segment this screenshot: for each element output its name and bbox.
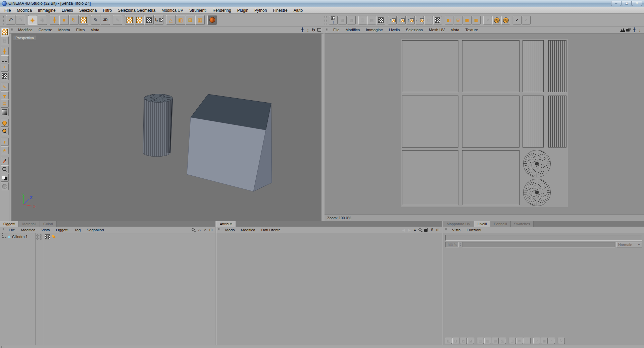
uv-axis-mode-button[interactable]: ↳ — [154, 15, 163, 25]
radial-fan-filled-button[interactable] — [501, 16, 510, 24]
phong-tag-icon[interactable] — [51, 234, 56, 239]
menu-strumenti[interactable]: Strumenti — [186, 8, 209, 13]
cylinder-cap[interactable] — [144, 94, 173, 103]
apply-mask-button[interactable]: ⊟ — [524, 338, 531, 344]
menu-finestre[interactable]: Finestre — [270, 8, 290, 13]
menu-python[interactable]: Python — [251, 8, 270, 13]
uv-island-cube-face-2[interactable] — [462, 40, 519, 92]
scale-button[interactable]: ■ — [59, 15, 69, 25]
unlock-icon[interactable] — [626, 27, 631, 33]
uv-menu-modifica[interactable]: Modifica — [343, 28, 363, 32]
move-button[interactable]: ╋ — [50, 15, 59, 25]
object-name[interactable]: Cilindro.1 — [12, 235, 28, 239]
text-tool[interactable]: T — [1, 138, 9, 146]
search-icon[interactable] — [418, 227, 424, 233]
layout-uv-button[interactable]: ▦ — [195, 15, 205, 25]
layout-2view-button[interactable]: ◧ — [176, 15, 185, 25]
title-bar[interactable]: CINEMA 4D Studio (32 Bit) - [Senza Titol… — [0, 0, 644, 7]
cylinder-object[interactable] — [143, 98, 173, 157]
merge-visible-button[interactable]: ▥ — [484, 338, 491, 344]
close-button[interactable]: × — [632, 1, 642, 6]
attr-menu-dati-utente[interactable]: Dati Utente — [258, 228, 284, 232]
lock-layer-button[interactable]: × — [548, 338, 555, 344]
restore-button[interactable]: ▣ — [622, 1, 632, 6]
tab-colori[interactable]: Colori — [40, 221, 57, 227]
tab-livelli[interactable]: Livelli — [474, 221, 491, 227]
menu-livello[interactable]: Livello — [59, 8, 76, 13]
obj-menu-segnalibri[interactable]: Segnalibri — [84, 228, 107, 232]
refresh-layers-button[interactable]: ↻ — [558, 338, 565, 344]
add-panel-icon[interactable]: ⊞ — [208, 227, 214, 233]
paint-setup-wizard-button[interactable]: ✎ — [91, 15, 100, 25]
menu-plugin[interactable]: Plugin — [234, 8, 251, 13]
apply-uv-button[interactable]: ↓ — [329, 16, 338, 24]
status-grip[interactable] — [1, 346, 4, 348]
lock-workplane-button[interactable] — [79, 15, 88, 25]
delete-layer-button[interactable]: ◪ — [467, 338, 474, 344]
realign-alt-button[interactable]: ✓ — [522, 16, 531, 24]
uv-island-cube-face-4[interactable] — [462, 96, 519, 148]
minimize-button[interactable]: ─ — [611, 1, 621, 6]
uv-menu-vista[interactable]: Vista — [448, 28, 462, 32]
layer-mask-button[interactable]: ◫ — [509, 338, 516, 344]
pan-view-icon[interactable]: ╋ — [631, 27, 637, 33]
pan-view-icon[interactable]: ╋ — [299, 27, 305, 33]
menu-file[interactable]: File — [1, 8, 14, 13]
paint-brush-3d-button[interactable]: 3D — [101, 15, 110, 25]
lay-menu-vista[interactable]: Vista — [449, 228, 463, 232]
uv-mesh-edit-tool[interactable] — [1, 28, 9, 36]
zoom-view-icon[interactable]: ↓ — [637, 27, 643, 33]
rasterize-button[interactable]: ▧ — [499, 338, 506, 344]
toolbar-grip[interactable] — [1, 16, 4, 24]
lay-menu-funzioni[interactable]: Funzioni — [463, 228, 484, 232]
fill-bucket-tool[interactable] — [1, 119, 9, 127]
align-grid-button[interactable]: ▦ — [463, 16, 472, 24]
uv-canvas[interactable] — [325, 34, 644, 215]
texture-tag-icon[interactable] — [45, 234, 50, 239]
realign-check-button[interactable]: ✓ — [513, 16, 522, 24]
redo-button[interactable]: ↷ — [16, 15, 25, 25]
path-filter-icon[interactable]: ○ — [202, 227, 208, 233]
history-icon[interactable]: 8 — [429, 227, 435, 233]
histogram-icon[interactable] — [620, 27, 626, 33]
uv-menu-seleziona[interactable]: Seleziona — [403, 28, 426, 32]
island-up-button[interactable]: ↑ — [388, 16, 397, 24]
search-icon[interactable] — [191, 227, 197, 233]
magic-wand-tool[interactable]: * — [1, 64, 9, 72]
tab-mappatura-uv[interactable]: Mappatura UV — [443, 221, 474, 227]
expand-islands-button[interactable] — [433, 16, 442, 24]
viewport-canvas[interactable]: Prospettiva — [11, 34, 321, 221]
stitch-button[interactable]: ▒ — [358, 16, 367, 24]
tab-pennelli[interactable]: Pennelli — [490, 221, 510, 227]
transform-islands-button[interactable]: ↗ — [483, 16, 492, 24]
uv-menu-immagine[interactable]: Immagine — [363, 28, 386, 32]
menu-rendering[interactable]: Rendering — [209, 8, 234, 13]
rotate-view-icon[interactable]: ↻ — [311, 27, 316, 33]
attributes-grip[interactable] — [218, 228, 221, 232]
uv-island-cube-face-3[interactable] — [402, 96, 458, 148]
transform-tool[interactable]: ╋ — [1, 47, 9, 55]
tab-attributi[interactable]: Attributi — [216, 221, 236, 227]
layer-name-field[interactable] — [445, 235, 642, 241]
merge-down-button[interactable]: ▤ — [477, 338, 484, 344]
obj-menu-vista[interactable]: Vista — [38, 228, 53, 232]
cube-object[interactable] — [187, 94, 272, 191]
live-selection-button[interactable]: ◉ — [28, 15, 37, 25]
toolbar-grip-uv[interactable] — [324, 16, 327, 24]
eraser-tool[interactable]: ▤ — [1, 100, 9, 108]
clone-stamp-tool[interactable]: ┳ — [1, 91, 9, 99]
maximize-uv-button[interactable]: ↔ — [415, 16, 424, 24]
enable-mask-button[interactable]: ⊞ — [516, 338, 523, 344]
tab-oggetti[interactable]: Oggetti — [0, 221, 19, 227]
menu-seleziona-geometria[interactable]: Seleziona Geometria — [115, 8, 158, 13]
gradient-tool[interactable] — [1, 108, 9, 116]
color-picker-tool[interactable] — [1, 165, 9, 173]
tab-swatches[interactable]: Swatches — [511, 221, 534, 227]
uv-plane-tool[interactable] — [1, 72, 9, 80]
uv-menu-texture[interactable]: Texture — [462, 28, 481, 32]
terrace-button[interactable]: ▤ — [367, 16, 376, 24]
uv-menu-file[interactable]: File — [330, 28, 343, 32]
magnify-tool[interactable] — [1, 127, 9, 135]
obj-menu-oggetti[interactable]: Oggetti — [53, 228, 71, 232]
obj-menu-file[interactable]: File — [6, 228, 18, 232]
